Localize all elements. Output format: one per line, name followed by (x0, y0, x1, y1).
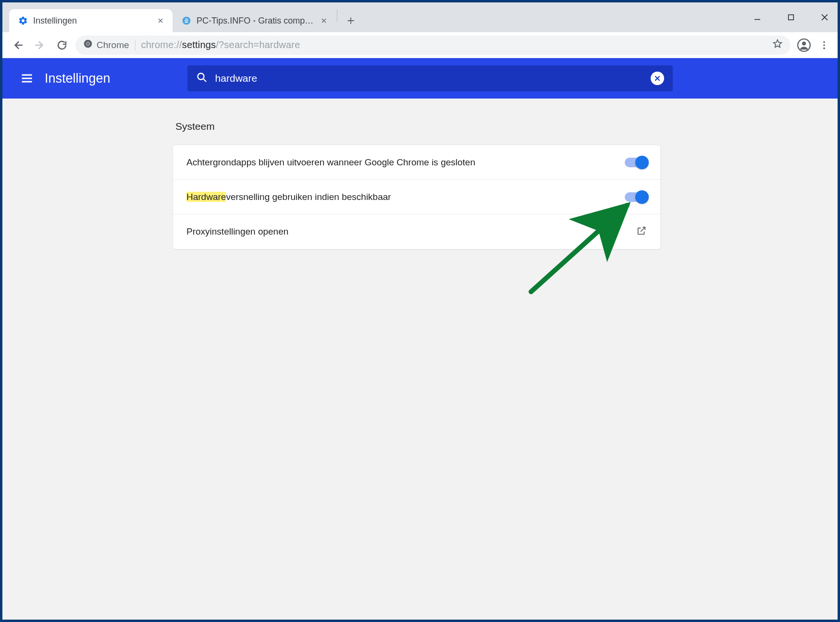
row-label: Proxyinstellingen openen (186, 226, 636, 237)
row-hardware-acceleration: Hardwareversnelling gebruiken indien bes… (173, 180, 660, 214)
hamburger-icon[interactable] (19, 70, 35, 87)
chrome-icon (83, 39, 93, 51)
settings-search[interactable] (187, 65, 673, 91)
window-controls (750, 2, 832, 32)
svg-rect-1 (789, 15, 794, 20)
tab-instellingen[interactable]: Instellingen (9, 9, 173, 32)
svg-point-6 (802, 41, 806, 45)
tab-title: Instellingen (33, 16, 150, 26)
settings-column: Systeem Achtergrondapps blijven uitvoere… (173, 121, 661, 597)
row-label: Hardwareversnelling gebruiken indien bes… (186, 192, 625, 202)
svg-point-4 (86, 42, 89, 45)
settings-body: Systeem Achtergrondapps blijven uitvoere… (2, 99, 838, 620)
tab-title: PC-Tips.INFO - Gratis computer t (197, 16, 314, 26)
url-text: chrome://settings/?search=hardware (141, 39, 300, 50)
new-tab-button[interactable] (341, 11, 360, 30)
search-highlight: Hardware (186, 192, 226, 202)
back-button[interactable] (9, 37, 26, 54)
svg-point-10 (198, 74, 204, 80)
page-title: Instellingen (45, 71, 111, 86)
open-external-icon (636, 225, 647, 238)
address-bar[interactable]: Chrome chrome://settings/?search=hardwar… (75, 36, 791, 55)
profile-button[interactable] (795, 37, 813, 54)
kebab-menu-icon[interactable] (817, 37, 831, 54)
site-favicon-icon (181, 15, 192, 26)
tab-separator (337, 9, 337, 22)
search-icon (196, 72, 208, 85)
row-background-apps: Achtergrondapps blijven uitvoeren wannee… (173, 145, 660, 180)
svg-point-7 (823, 41, 825, 43)
forward-button[interactable] (31, 37, 49, 54)
tab-pctips[interactable]: PC-Tips.INFO - Gratis computer t (173, 9, 336, 32)
omnibox-divider (135, 40, 136, 50)
close-icon[interactable] (155, 15, 166, 26)
gear-icon (18, 15, 28, 26)
toggle-hardware-acceleration[interactable] (625, 192, 647, 202)
reload-button[interactable] (53, 37, 71, 54)
svg-point-8 (823, 44, 825, 46)
chrome-chip: Chrome (83, 39, 129, 51)
bookmark-star-icon[interactable] (772, 38, 783, 51)
settings-page: Instellingen Systeem Achtergrondapps bli… (2, 58, 838, 620)
settings-card-systeem: Achtergrondapps blijven uitvoeren wannee… (173, 145, 661, 249)
settings-header: Instellingen (2, 58, 838, 99)
close-icon[interactable] (319, 15, 329, 26)
tab-strip: Instellingen PC-Tips.INFO - Gratis compu… (2, 2, 360, 32)
settings-search-input[interactable] (215, 73, 643, 84)
chrome-chip-label: Chrome (97, 40, 129, 50)
row-label: Achtergrondapps blijven uitvoeren wannee… (186, 157, 625, 168)
clear-search-button[interactable] (651, 72, 664, 85)
browser-window: Instellingen PC-Tips.INFO - Gratis compu… (2, 2, 838, 620)
maximize-button[interactable] (784, 10, 798, 25)
toolbar: Chrome chrome://settings/?search=hardwar… (2, 32, 838, 58)
row-proxy-settings[interactable]: Proxyinstellingen openen (173, 214, 660, 249)
titlebar: Instellingen PC-Tips.INFO - Gratis compu… (2, 2, 838, 32)
toggle-background-apps[interactable] (625, 158, 647, 167)
close-window-button[interactable] (817, 10, 832, 25)
minimize-button[interactable] (750, 10, 765, 25)
section-title-systeem: Systeem (175, 121, 661, 132)
svg-point-9 (823, 47, 825, 49)
